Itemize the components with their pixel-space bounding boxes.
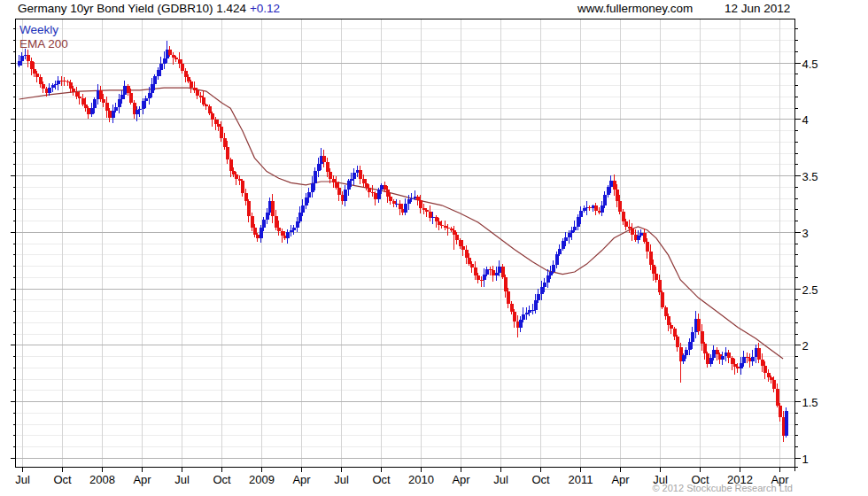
candle	[371, 192, 375, 193]
candle	[455, 235, 459, 240]
candle	[655, 274, 658, 280]
x-tick-label: 2009	[249, 473, 275, 486]
candle	[446, 228, 450, 229]
candle	[731, 358, 734, 364]
candle	[767, 373, 771, 377]
candle	[474, 267, 477, 275]
candle	[601, 205, 604, 213]
candle	[214, 120, 218, 124]
candle	[301, 205, 305, 213]
candle	[525, 313, 529, 314]
candle	[153, 76, 157, 84]
candle	[622, 212, 625, 221]
candle	[736, 367, 740, 368]
candle	[577, 217, 580, 227]
candle	[27, 55, 30, 61]
candle	[311, 183, 314, 192]
candle	[244, 193, 248, 201]
candle	[359, 170, 362, 179]
candle	[733, 364, 737, 367]
candle	[546, 275, 550, 283]
candle	[751, 357, 755, 361]
candle	[461, 246, 465, 250]
candle	[761, 360, 764, 366]
candle	[757, 348, 761, 360]
x-tick-label: Apr	[292, 473, 311, 486]
candle	[416, 197, 420, 200]
candle	[552, 265, 555, 272]
x-tick-label: Oct	[213, 473, 231, 486]
candle	[510, 304, 514, 312]
candle	[314, 171, 317, 183]
candle	[159, 64, 163, 70]
candle	[337, 188, 341, 195]
candle	[42, 84, 45, 89]
candle	[187, 77, 190, 81]
x-tick-label: Apr	[452, 473, 470, 486]
candle	[435, 217, 438, 221]
candle	[712, 350, 716, 358]
candle	[528, 310, 531, 313]
candle	[492, 270, 495, 275]
candle	[431, 217, 435, 218]
candle	[292, 228, 296, 230]
candle	[151, 84, 154, 93]
candle	[190, 81, 193, 88]
candle	[395, 204, 399, 205]
candle	[69, 82, 73, 89]
candle	[407, 199, 411, 204]
candle	[223, 138, 227, 147]
candle	[772, 380, 776, 389]
candle	[353, 173, 356, 179]
x-tick-label: Jul	[334, 473, 349, 486]
candle	[102, 99, 105, 103]
candle	[241, 181, 244, 193]
candle	[444, 226, 447, 228]
candle	[235, 174, 238, 179]
candle	[33, 69, 36, 74]
candle	[317, 164, 321, 171]
candle	[266, 213, 269, 220]
candle	[172, 55, 175, 58]
candle	[181, 64, 184, 71]
x-tick-label: 2011	[569, 473, 593, 486]
candle	[501, 267, 505, 277]
candle	[57, 81, 60, 84]
x-tick-label: Jul	[493, 473, 508, 486]
y-tick-label: 1.5	[802, 396, 818, 409]
candle	[652, 265, 655, 274]
candle	[682, 355, 686, 361]
candle	[703, 344, 707, 353]
candle	[136, 110, 139, 114]
candle	[661, 292, 664, 307]
x-tick-label: Apr	[133, 473, 151, 486]
candle	[168, 50, 172, 55]
candle	[35, 74, 39, 77]
candle	[220, 127, 223, 138]
candle	[90, 108, 94, 114]
candle	[495, 273, 499, 275]
candle	[564, 237, 568, 241]
y-tick-label: 3.5	[802, 170, 818, 183]
candle	[438, 221, 441, 225]
candle	[453, 230, 456, 235]
candle	[120, 95, 124, 99]
candle	[776, 389, 779, 406]
candle	[253, 228, 257, 235]
candle	[105, 103, 109, 111]
candle	[18, 61, 21, 66]
x-tick-label: 2008	[89, 473, 115, 486]
candle	[123, 86, 127, 95]
candle	[48, 88, 51, 93]
candle	[174, 58, 178, 59]
candle	[570, 230, 574, 233]
candle	[646, 242, 649, 252]
candle	[658, 280, 662, 292]
candle	[256, 235, 260, 238]
candle	[322, 156, 326, 162]
candle	[392, 201, 396, 204]
candle	[112, 111, 115, 118]
candle	[163, 58, 167, 64]
x-tick-label: Jul	[15, 473, 30, 486]
candle	[138, 109, 142, 110]
